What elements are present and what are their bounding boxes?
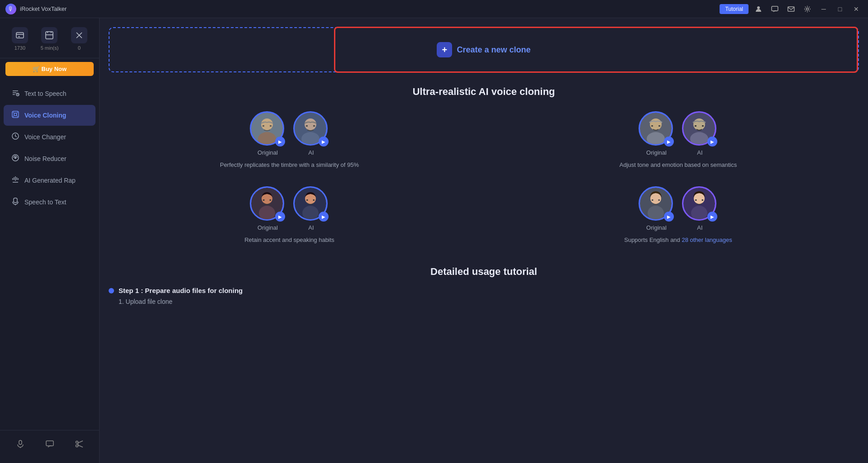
play-btn-ai-2[interactable]: ▶ [707, 137, 717, 146]
svg-rect-41 [269, 199, 271, 201]
feature-desc-4-prefix: Supports English and [624, 236, 682, 243]
sidebar-label-text-to-speech: Text to Speech [24, 90, 67, 97]
feature-desc-3: Retain accent and speaking habits [244, 236, 334, 243]
sidebar-label-speech-to-text: Speech to Text [24, 198, 66, 206]
feature-item-similarity: ▶ Original [109, 111, 470, 168]
svg-rect-26 [313, 125, 315, 127]
svg-point-8 [14, 113, 17, 116]
buy-now-button[interactable]: 🛒 Buy Now [5, 62, 94, 76]
minutes-icon [41, 27, 57, 43]
feature-item-accent: ▶ Original [109, 186, 470, 243]
count-value: 0 [78, 45, 81, 51]
svg-point-0 [757, 6, 760, 9]
stat-credits: 1730 [12, 27, 28, 51]
ai-rap-icon [11, 175, 20, 185]
ai-label-4: AI [697, 224, 702, 231]
play-btn-orig-1[interactable]: ▶ [275, 137, 285, 146]
avatar-wrapper-orig-2: ▶ [639, 111, 675, 147]
svg-point-18 [261, 118, 273, 130]
feature-desc-4: Supports English and 28 other languages [624, 236, 732, 243]
create-clone-plus-icon: + [437, 42, 452, 57]
titlebar-controls: Tutorial ─ □ ✕ [720, 3, 863, 15]
play-btn-orig-3[interactable]: ▶ [275, 212, 285, 222]
svg-rect-40 [263, 199, 265, 201]
original-label-1: Original [258, 149, 278, 156]
step-1-sub-text: Upload file clone [126, 298, 173, 305]
play-btn-orig-4[interactable]: ▶ [664, 212, 674, 222]
avatar-wrapper-orig-3: ▶ [250, 186, 286, 222]
tutorial-button[interactable]: Tutorial [720, 4, 749, 14]
svg-rect-20 [262, 125, 264, 127]
sidebar-label-voice-changer: Voice Changer [24, 133, 66, 141]
svg-rect-45 [306, 199, 308, 201]
sidebar-item-noise-reducer[interactable]: Noise Reducer [4, 148, 95, 169]
sidebar-item-voice-cloning[interactable]: Voice Cloning [4, 105, 95, 126]
sidebar-item-voice-changer[interactable]: Voice Changer [4, 127, 95, 147]
close-button[interactable]: ✕ [850, 3, 863, 15]
svg-rect-1 [772, 6, 778, 11]
user-icon-btn[interactable] [752, 3, 765, 15]
avatar-wrapper-ai-1: ▶ [293, 111, 329, 147]
svg-rect-13 [19, 440, 22, 444]
sidebar-label-ai-rap: AI Generated Rap [24, 177, 76, 184]
avatar-wrapper-orig-1: ▶ [250, 111, 286, 147]
svg-rect-36 [702, 125, 704, 127]
create-clone-label: Create a new clone [457, 45, 530, 55]
create-clone-button[interactable]: + Create a new clone [437, 42, 530, 57]
play-btn-orig-2[interactable]: ▶ [664, 137, 674, 146]
original-avatar-4: ▶ Original [639, 186, 675, 231]
credits-icon [12, 27, 28, 43]
feature-desc-2: Adjust tone and emotion based on semanti… [620, 161, 737, 168]
section-title: Ultra-realistic AI voice cloning [109, 86, 859, 98]
minutes-value: 5 min(s) [41, 45, 59, 51]
main-layout: 1730 5 min(s) 0 [0, 18, 868, 463]
svg-rect-51 [658, 199, 660, 201]
feature-item-tone: ▶ Original [497, 111, 859, 168]
svg-point-11 [15, 157, 16, 159]
feature-item-languages: ▶ Original [497, 186, 859, 243]
svg-rect-2 [788, 7, 794, 11]
sidebar-item-speech-to-text[interactable]: Speech to Text [4, 192, 95, 213]
ai-avatar-2: ▶ AI [682, 111, 718, 156]
svg-rect-30 [651, 125, 653, 127]
ai-label-2: AI [697, 149, 702, 156]
play-btn-ai-4[interactable]: ▶ [707, 212, 717, 222]
svg-rect-21 [270, 125, 272, 127]
languages-link[interactable]: 28 other languages [682, 236, 732, 243]
step-1-header: Step 1 : Prepare audio files for cloning [109, 287, 859, 294]
credits-value: 1730 [14, 45, 25, 51]
svg-rect-46 [313, 199, 315, 201]
mail-icon-btn[interactable] [785, 3, 797, 15]
chat-icon-btn[interactable] [768, 3, 781, 15]
original-label-3: Original [258, 224, 278, 231]
mic-bottom-btn[interactable] [12, 436, 29, 452]
avatar-wrapper-ai-3: ▶ [293, 186, 329, 222]
ai-avatar-3: ▶ AI [293, 186, 329, 231]
sidebar-item-text-to-speech[interactable]: Text to Speech [4, 83, 95, 104]
minimize-button[interactable]: ─ [817, 3, 830, 15]
speech-to-text-icon [11, 197, 20, 207]
svg-point-3 [806, 8, 809, 10]
step-1-dot [109, 288, 114, 293]
svg-rect-56 [701, 199, 703, 201]
ai-label-3: AI [308, 224, 314, 231]
play-btn-ai-3[interactable]: ▶ [319, 212, 329, 222]
original-avatar-2: ▶ Original [639, 111, 675, 156]
text-to-speech-icon [11, 89, 20, 99]
stat-minutes: 5 min(s) [41, 27, 59, 51]
play-btn-ai-1[interactable]: ▶ [319, 137, 329, 146]
voice-changer-icon [11, 132, 20, 142]
maximize-button[interactable]: □ [834, 3, 846, 15]
settings-icon-btn[interactable] [801, 3, 814, 15]
sidebar-item-ai-generated-rap[interactable]: AI Generated Rap [4, 170, 95, 191]
highlight-border [334, 27, 858, 73]
tutorial-title: Detailed usage tutorial [109, 266, 859, 278]
ai-avatar-4: ▶ AI [682, 186, 718, 231]
chat-bottom-btn[interactable] [42, 436, 58, 452]
original-avatar-1: ▶ Original [250, 111, 286, 156]
scissors-bottom-btn[interactable] [71, 436, 87, 452]
svg-rect-55 [695, 199, 697, 201]
svg-rect-25 [306, 125, 308, 127]
svg-point-53 [694, 193, 705, 204]
stat-count: 0 [71, 27, 87, 51]
